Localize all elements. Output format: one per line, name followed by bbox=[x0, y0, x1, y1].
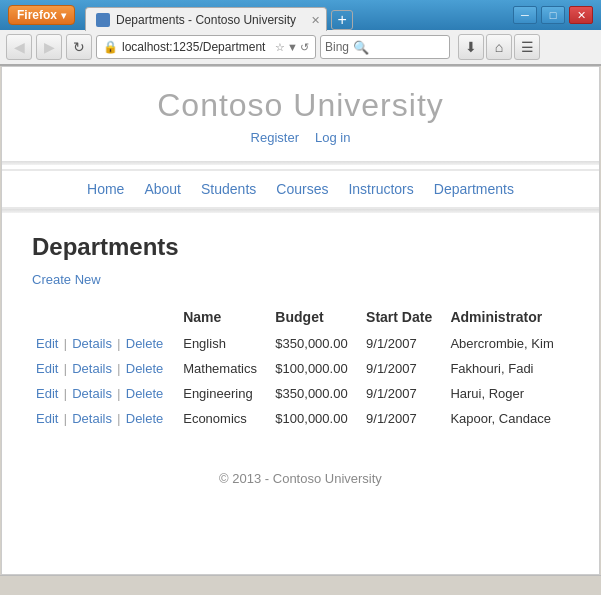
restore-button[interactable]: □ bbox=[541, 6, 565, 24]
edit-link[interactable]: Edit bbox=[36, 361, 58, 376]
search-bar[interactable]: Bing 🔍 bbox=[320, 35, 450, 59]
row-actions: Edit | Details | Delete bbox=[32, 406, 179, 431]
empty-header bbox=[32, 303, 179, 331]
footer: © 2013 - Contoso University bbox=[2, 451, 599, 506]
auth-links: Register Log in bbox=[12, 130, 589, 145]
dept-name: English bbox=[179, 331, 271, 356]
dept-budget: $350,000.00 bbox=[271, 381, 362, 406]
delete-link[interactable]: Delete bbox=[126, 386, 164, 401]
dept-name: Engineering bbox=[179, 381, 271, 406]
dept-budget: $100,000.00 bbox=[271, 356, 362, 381]
nav-instructors[interactable]: Instructors bbox=[348, 181, 413, 197]
site-nav: Home About Students Courses Instructors … bbox=[2, 169, 599, 209]
menu-button[interactable]: ☰ bbox=[514, 34, 540, 60]
row-actions: Edit | Details | Delete bbox=[32, 356, 179, 381]
nav-courses[interactable]: Courses bbox=[276, 181, 328, 197]
dept-budget: $350,000.00 bbox=[271, 331, 362, 356]
edit-link[interactable]: Edit bbox=[36, 386, 58, 401]
download-button[interactable]: ⬇ bbox=[458, 34, 484, 60]
departments-table: Name Budget Start Date Administrator Edi… bbox=[32, 303, 569, 431]
row-actions: Edit | Details | Delete bbox=[32, 331, 179, 356]
content-area: Departments Create New Name Budget Start… bbox=[2, 213, 599, 451]
nav-about[interactable]: About bbox=[144, 181, 181, 197]
header-divider bbox=[2, 161, 599, 165]
new-tab-button[interactable]: + bbox=[331, 10, 353, 30]
dept-budget: $100,000.00 bbox=[271, 406, 362, 431]
refresh-button[interactable]: ↻ bbox=[66, 34, 92, 60]
address-dropdown-icon[interactable]: ▼ bbox=[287, 41, 298, 54]
titlebar: Firefox Departments - Contoso University… bbox=[0, 0, 601, 30]
delete-link[interactable]: Delete bbox=[126, 336, 164, 351]
status-bar bbox=[0, 575, 601, 595]
home-button[interactable]: ⌂ bbox=[486, 34, 512, 60]
edit-link[interactable]: Edit bbox=[36, 336, 58, 351]
window-controls: ─ □ ✕ bbox=[513, 6, 593, 24]
start-date-header: Start Date bbox=[362, 303, 446, 331]
forward-button[interactable]: ▶ bbox=[36, 34, 62, 60]
dept-start-date: 9/1/2007 bbox=[362, 331, 446, 356]
address-bar-icons: ☆ ▼ ↺ bbox=[275, 41, 309, 54]
create-new-link[interactable]: Create New bbox=[32, 272, 101, 287]
site-header: Contoso University Register Log in bbox=[2, 67, 599, 161]
tab-bar: Departments - Contoso University ✕ + bbox=[85, 0, 353, 30]
search-icon[interactable]: 🔍 bbox=[353, 40, 369, 55]
firefox-menu-button[interactable]: Firefox bbox=[8, 5, 75, 25]
login-link[interactable]: Log in bbox=[315, 130, 350, 145]
separator: | bbox=[60, 412, 70, 426]
delete-link[interactable]: Delete bbox=[126, 361, 164, 376]
separator: | bbox=[114, 387, 124, 401]
separator: | bbox=[60, 362, 70, 376]
dept-name: Mathematics bbox=[179, 356, 271, 381]
tab-title: Departments - Contoso University bbox=[116, 13, 296, 27]
dept-name: Economics bbox=[179, 406, 271, 431]
minimize-button[interactable]: ─ bbox=[513, 6, 537, 24]
separator: | bbox=[60, 337, 70, 351]
nav-right-buttons: ⬇ ⌂ ☰ bbox=[458, 34, 540, 60]
close-button[interactable]: ✕ bbox=[569, 6, 593, 24]
address-lock-icon: 🔒 bbox=[103, 40, 118, 54]
bookmark-icon[interactable]: ☆ bbox=[275, 41, 285, 54]
dept-admin: Abercrombie, Kim bbox=[446, 331, 569, 356]
dept-admin: Harui, Roger bbox=[446, 381, 569, 406]
dept-start-date: 9/1/2007 bbox=[362, 406, 446, 431]
edit-link[interactable]: Edit bbox=[36, 411, 58, 426]
nav-students[interactable]: Students bbox=[201, 181, 256, 197]
address-text: localhost:1235/Department bbox=[122, 40, 265, 54]
table-row: Edit | Details | DeleteEngineering$350,0… bbox=[32, 381, 569, 406]
navigation-bar: ◀ ▶ ↻ 🔒 localhost:1235/Department ☆ ▼ ↺ … bbox=[0, 30, 601, 66]
tab-close-icon[interactable]: ✕ bbox=[311, 13, 320, 26]
delete-link[interactable]: Delete bbox=[126, 411, 164, 426]
register-link[interactable]: Register bbox=[251, 130, 299, 145]
budget-header: Budget bbox=[271, 303, 362, 331]
back-button[interactable]: ◀ bbox=[6, 34, 32, 60]
details-link[interactable]: Details bbox=[72, 411, 112, 426]
footer-text: © 2013 - Contoso University bbox=[219, 471, 382, 486]
name-header: Name bbox=[179, 303, 271, 331]
details-link[interactable]: Details bbox=[72, 336, 112, 351]
table-row: Edit | Details | DeleteEconomics$100,000… bbox=[32, 406, 569, 431]
nav-home[interactable]: Home bbox=[87, 181, 124, 197]
page-heading: Departments bbox=[32, 233, 569, 261]
separator: | bbox=[114, 337, 124, 351]
row-actions: Edit | Details | Delete bbox=[32, 381, 179, 406]
table-row: Edit | Details | DeleteMathematics$100,0… bbox=[32, 356, 569, 381]
table-row: Edit | Details | DeleteEnglish$350,000.0… bbox=[32, 331, 569, 356]
separator: | bbox=[114, 412, 124, 426]
separator: | bbox=[60, 387, 70, 401]
dept-start-date: 9/1/2007 bbox=[362, 381, 446, 406]
details-link[interactable]: Details bbox=[72, 361, 112, 376]
details-link[interactable]: Details bbox=[72, 386, 112, 401]
admin-header: Administrator bbox=[446, 303, 569, 331]
site-title: Contoso University bbox=[12, 87, 589, 124]
browser-content: Contoso University Register Log in Home … bbox=[1, 66, 600, 575]
search-engine-label: Bing bbox=[325, 40, 349, 54]
address-bar[interactable]: 🔒 localhost:1235/Department ☆ ▼ ↺ bbox=[96, 35, 316, 59]
dept-admin: Kapoor, Candace bbox=[446, 406, 569, 431]
active-tab[interactable]: Departments - Contoso University ✕ bbox=[85, 7, 327, 31]
table-header-row: Name Budget Start Date Administrator bbox=[32, 303, 569, 331]
dept-start-date: 9/1/2007 bbox=[362, 356, 446, 381]
separator: | bbox=[114, 362, 124, 376]
nav-departments[interactable]: Departments bbox=[434, 181, 514, 197]
page: Contoso University Register Log in Home … bbox=[2, 67, 599, 574]
reload-icon[interactable]: ↺ bbox=[300, 41, 309, 54]
